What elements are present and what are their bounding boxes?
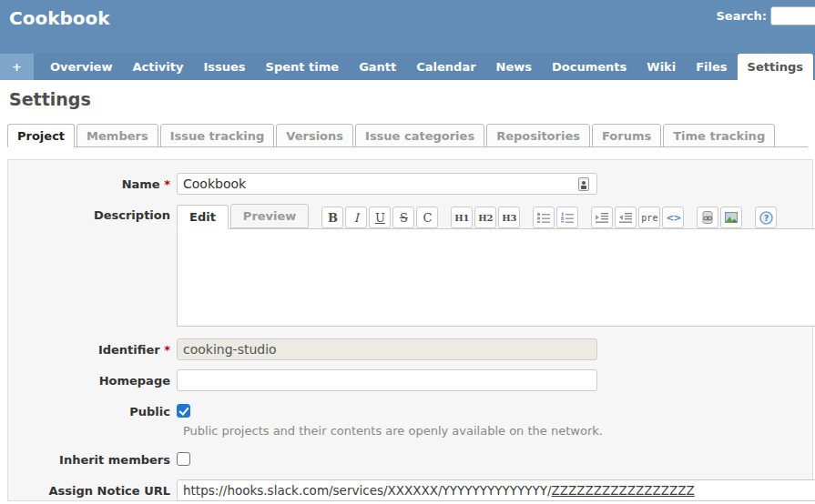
name-input[interactable]	[177, 173, 597, 195]
autofill-icon[interactable]	[578, 177, 589, 191]
svg-text:?: ?	[764, 213, 769, 222]
nav-item-news[interactable]: News	[486, 54, 542, 80]
numbered-list-icon[interactable]	[556, 207, 578, 228]
identifier-label: Identifier *	[8, 338, 177, 357]
identifier-input	[177, 338, 597, 360]
nav-item-overview[interactable]: Overview	[40, 54, 123, 80]
assign-notice-url-input[interactable]: https://hooks.slack.com/services/XXXXXX/…	[177, 479, 815, 501]
tab-time-tracking[interactable]: Time tracking	[663, 124, 775, 147]
editor-tab-preview[interactable]: Preview	[230, 204, 310, 228]
nav-item-spent-time[interactable]: Spent time	[256, 54, 350, 80]
app-header: Cookbook Search: + Overview Activity Iss…	[0, 0, 815, 80]
identifier-row: Identifier *	[8, 338, 812, 360]
project-settings-form: Name * Description Edit Preview B I U S …	[7, 159, 813, 501]
wiki-toolbar: Edit Preview B I U S C H1 H2 H3	[177, 204, 815, 228]
homepage-label: Homepage	[8, 369, 177, 388]
tab-repositories[interactable]: Repositories	[486, 124, 590, 147]
nav-item-activity[interactable]: Activity	[122, 54, 193, 80]
nav-item-calendar[interactable]: Calendar	[406, 54, 485, 80]
image-icon[interactable]	[720, 207, 742, 228]
nav-item-issues[interactable]: Issues	[193, 54, 255, 80]
tab-members[interactable]: Members	[76, 124, 158, 147]
indent-left-icon[interactable]	[615, 207, 637, 228]
italic-button[interactable]: I	[345, 207, 367, 228]
help-icon[interactable]: ?	[755, 207, 777, 228]
tab-issue-categories[interactable]: Issue categories	[355, 124, 484, 147]
heading3-button[interactable]: H3	[498, 207, 520, 228]
name-label: Name *	[8, 173, 177, 191]
main-menu: + Overview Activity Issues Spent time Ga…	[0, 54, 815, 80]
heading2-button[interactable]: H2	[474, 207, 496, 228]
tab-forums[interactable]: Forums	[592, 124, 661, 147]
code-block-button[interactable]: <>	[662, 207, 684, 228]
inherit-members-row: Inherit members	[8, 449, 812, 467]
project-title: Cookbook	[0, 0, 815, 29]
inline-code-button[interactable]: C	[416, 207, 438, 228]
nav-item-files[interactable]: Files	[686, 54, 737, 80]
nav-item-gantt[interactable]: Gantt	[349, 54, 406, 80]
bold-button[interactable]: B	[321, 207, 343, 228]
public-help-text: Public projects and their contents are o…	[183, 424, 812, 438]
homepage-row: Homepage	[8, 369, 812, 391]
search-input[interactable]	[770, 6, 815, 25]
indent-right-icon[interactable]	[591, 207, 613, 228]
bullet-list-icon[interactable]	[533, 207, 555, 228]
nav-item-new[interactable]: +	[0, 54, 34, 80]
quick-search: Search:	[716, 6, 815, 25]
content-area: Settings Project Members Issue tracking …	[0, 89, 815, 501]
page-title: Settings	[9, 89, 808, 109]
underline-button[interactable]: U	[369, 207, 391, 228]
public-row: Public	[8, 400, 812, 418]
description-textarea[interactable]	[177, 228, 815, 327]
tab-issue-tracking[interactable]: Issue tracking	[160, 124, 275, 147]
public-label: Public	[8, 400, 177, 418]
search-label: Search:	[716, 9, 767, 23]
link-document-icon[interactable]	[697, 207, 718, 228]
strikethrough-button[interactable]: S	[392, 207, 414, 228]
nav-item-documents[interactable]: Documents	[542, 54, 637, 80]
required-asterisk: *	[164, 343, 170, 357]
url-tail: ZZZZZZZZZZZZZZZZZ	[552, 483, 695, 498]
inherit-members-label: Inherit members	[8, 449, 177, 467]
description-label: Description	[8, 204, 177, 222]
public-checkbox[interactable]	[177, 404, 190, 418]
settings-tabs: Project Members Issue tracking Versions …	[7, 123, 808, 147]
assign-notice-url-label: Assign Notice URL	[8, 479, 177, 498]
nav-item-settings[interactable]: Settings	[738, 54, 813, 80]
assign-notice-url-row: Assign Notice URL https://hooks.slack.co…	[8, 479, 812, 501]
homepage-input[interactable]	[177, 369, 597, 391]
inherit-members-checkbox[interactable]	[177, 452, 190, 466]
name-row: Name *	[8, 173, 812, 195]
heading1-button[interactable]: H1	[451, 207, 473, 228]
tab-project[interactable]: Project	[7, 124, 75, 147]
description-row: Description Edit Preview B I U S C H1 H2…	[8, 204, 812, 327]
nav-item-wiki[interactable]: Wiki	[637, 54, 686, 80]
url-main: https://hooks.slack.com/services/XXXXXX/…	[183, 483, 552, 498]
tab-versions[interactable]: Versions	[276, 124, 353, 147]
required-asterisk: *	[164, 177, 170, 191]
editor-tab-edit[interactable]: Edit	[177, 205, 229, 229]
preformatted-button[interactable]: pre	[638, 207, 660, 228]
